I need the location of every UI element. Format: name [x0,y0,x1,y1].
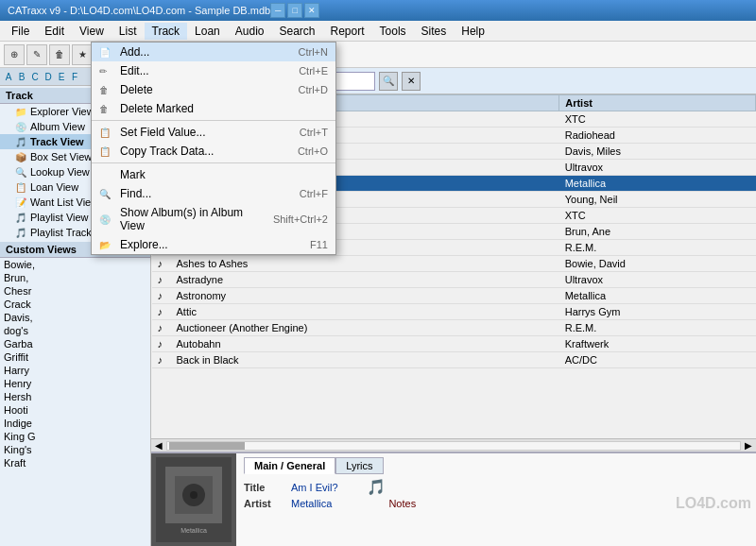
table-row[interactable]: ♪ Astradyne Ultravox [152,272,756,288]
toolbar-btn-4[interactable]: ★ [72,44,93,65]
deletemarked-icon: 🗑 [99,104,112,114]
menu-item-copytrack[interactable]: 📋 Copy Track Data... Ctrl+O [92,142,335,161]
find-shortcut: Ctrl+F [300,188,328,199]
search-button[interactable]: 🔍 [379,72,398,91]
playlist-icon: 🎵 [15,213,26,223]
notes-link[interactable]: Notes [388,498,416,509]
toolbar-btn-3[interactable]: 🗑 [49,44,70,65]
row-icon: ♪ [152,336,171,352]
menu-item-mark[interactable]: Mark [92,165,335,184]
toolbar-btn-2[interactable]: ✎ [26,44,47,65]
scroll-left-arrow[interactable]: ◀ [155,440,163,451]
menu-separator-2 [92,162,335,163]
menu-audio[interactable]: Audio [228,23,272,40]
row-artist: Harrys Gym [559,304,756,320]
list-item[interactable]: Davis, [0,311,150,324]
menu-bar: File Edit View List Track Loan Audio Sea… [0,21,756,42]
edit-icon: ✏ [99,66,112,77]
alpha-C[interactable]: C [28,70,42,83]
menu-help[interactable]: Help [454,23,492,40]
showalbum-label: Show Album(s) in Album View [120,206,266,232]
search-clear-button[interactable]: ✕ [402,72,421,91]
horizontal-scrollbar[interactable]: ◀ ▶ [151,438,756,452]
list-item[interactable]: Bowie, [0,258,150,271]
scrollbar-thumb[interactable] [169,442,245,450]
menu-track[interactable]: Track [145,23,188,40]
title-bar: CATraxx v9 - D:\LO4D.com\LO4D.com - Samp… [0,0,756,21]
explore-shortcut: F11 [310,239,328,250]
table-row[interactable]: ♪ Attic Harrys Gym [152,304,756,320]
close-button[interactable]: ✕ [304,3,319,18]
col-artist[interactable]: Artist [559,95,756,111]
album-icon: 💿 [15,122,26,132]
table-row[interactable]: ♪ Back in Black AC/DC [152,352,756,368]
menu-item-setfield[interactable]: 📋 Set Field Value... Ctrl+T [92,123,335,142]
maximize-button[interactable]: □ [287,3,302,18]
list-item[interactable]: King G [0,430,150,443]
menu-loan[interactable]: Loan [187,23,228,40]
scroll-right-arrow[interactable]: ▶ [745,440,752,451]
bottom-panel: Metallica Main / General Lyrics Title Am… [151,452,756,546]
list-item[interactable]: Indige [0,417,150,430]
watermark: LO4D.com [671,477,756,529]
find-label: Find... [120,187,292,200]
boxset-icon: 📦 [15,152,26,162]
sidebar-item-wantlist-label: Want List View [30,196,98,208]
list-item[interactable]: dog's [0,324,150,337]
list-item[interactable]: Griffit [0,350,150,364]
menu-tools[interactable]: Tools [372,23,414,40]
alpha-E[interactable]: E [55,70,68,83]
table-row[interactable]: ♪ Astronomy Metallica [152,288,756,304]
list-item[interactable]: Harry [0,364,150,377]
music-note-icon: 🎵 [367,478,386,496]
menu-sites[interactable]: Sites [414,23,455,40]
menu-item-find[interactable]: 🔍 Find... Ctrl+F [92,184,335,203]
list-item[interactable]: Hersh [0,390,150,403]
list-item[interactable]: Kraft [0,456,150,469]
menu-view[interactable]: View [72,23,112,40]
list-item[interactable]: Chesr [0,284,150,298]
minimize-button[interactable]: ─ [270,3,285,18]
table-row[interactable]: ♪ Auctioneer (Another Engine) R.E.M. [152,320,756,336]
menu-file[interactable]: File [4,23,37,40]
menu-item-add[interactable]: 📄 Add... Ctrl+N [92,43,335,61]
list-item[interactable]: Garba [0,337,150,350]
row-artist: Davis, Miles [559,144,756,160]
menu-edit[interactable]: Edit [37,23,72,40]
watermark-text: LO4D.com [676,495,751,512]
explore-icon: 📂 [99,240,112,250]
table-row[interactable]: ♪ Autobahn Kraftwerk [152,336,756,352]
explore-label: Explore... [120,238,302,251]
list-item[interactable]: Brun, [0,271,150,284]
track-icon: 🎵 [15,137,26,147]
svg-point-4 [190,491,198,499]
add-icon: 📄 [99,47,112,58]
list-item[interactable]: King's [0,443,150,456]
list-item[interactable]: Crack [0,298,150,311]
alpha-B[interactable]: B [15,70,28,83]
row-icon: ♪ [152,288,171,304]
menu-item-delete[interactable]: 🗑 Delete Ctrl+D [92,80,335,99]
toolbar-btn-1[interactable]: ⊕ [4,44,25,65]
menu-item-explore[interactable]: 📂 Explore... F11 [92,235,335,254]
delete-shortcut: Ctrl+D [299,84,328,95]
alpha-D[interactable]: D [42,70,55,83]
list-item[interactable]: Hooti [0,403,150,417]
list-item[interactable]: Henry [0,377,150,390]
sidebar-item-explorer-label: Explorer View [30,106,94,117]
find-icon: 🔍 [99,189,112,199]
menu-item-edit[interactable]: ✏ Edit... Ctrl+E [92,61,335,80]
menu-search[interactable]: Search [271,23,322,40]
menu-list[interactable]: List [112,23,145,40]
scrollbar-track[interactable] [166,441,741,451]
menu-item-showalbum[interactable]: 💿 Show Album(s) in Album View Shift+Ctrl… [92,203,335,235]
copytrack-icon: 📋 [99,146,112,157]
tab-lyrics[interactable]: Lyrics [335,457,383,474]
tab-main-general[interactable]: Main / General [244,457,335,474]
menu-item-deletemarked[interactable]: 🗑 Delete Marked [92,99,335,118]
alpha-A[interactable]: A [2,70,15,83]
alpha-F[interactable]: F [68,70,81,83]
row-icon: ♪ [152,272,171,288]
menu-report[interactable]: Report [323,23,372,40]
table-row[interactable]: ♪ Ashes to Ashes Bowie, David [152,256,756,272]
